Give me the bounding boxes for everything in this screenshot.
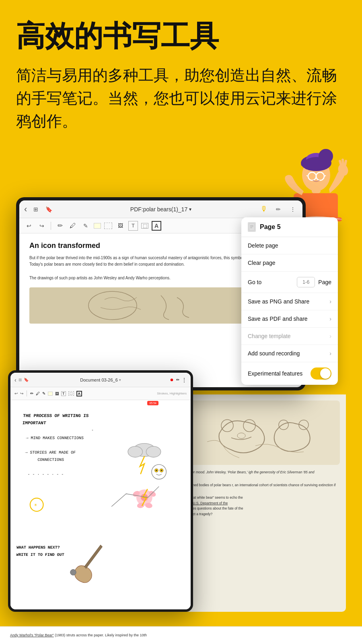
experimental-toggle[interactable] — [311, 367, 331, 380]
phone-toolbar: ↩ ↪ ✏ 🖊 ✎ 🖼 T ⬚ A Strokes, Highlighters — [10, 387, 191, 400]
svg-point-18 — [88, 291, 137, 320]
svg-point-17 — [319, 176, 322, 179]
doc-continuation: mber mood. John Wesley, 'Polar Bears,' i… — [181, 394, 346, 612]
text-tool-icon[interactable]: T — [128, 221, 138, 231]
phone-eraser[interactable] — [48, 392, 53, 396]
page-title: 高效的书写工具 — [16, 20, 346, 52]
dropdown-panel: Page 5 Delete page Clear page Go to Page… — [241, 217, 338, 385]
phone-font[interactable]: A — [76, 391, 82, 396]
grid-icon[interactable]: ⊞ — [31, 204, 41, 214]
font-tool-icon[interactable]: A — [152, 221, 161, 231]
phone-more-icon[interactable]: ⋮ — [182, 377, 187, 383]
bookmark-icon[interactable]: 🔖 — [44, 204, 53, 214]
save-pdf-label: Save as PDF and share — [248, 316, 308, 322]
more-icon[interactable]: ⋮ — [288, 204, 298, 214]
save-png-arrow: › — [329, 298, 331, 305]
mic-icon[interactable]: 🎙 — [259, 204, 269, 214]
phone-pen[interactable]: ✏ — [30, 391, 33, 396]
clear-page-item[interactable]: Clear page — [241, 254, 338, 272]
svg-text:WRITE IT TO FIND OUT: WRITE IT TO FIND OUT — [16, 553, 64, 557]
toggle-knob — [320, 368, 331, 379]
svg-point-40 — [152, 464, 166, 479]
clear-page-label: Clear page — [248, 260, 276, 266]
selection-tool-icon[interactable] — [104, 223, 112, 229]
marker-tool-icon[interactable]: 🖊 — [68, 221, 78, 231]
add-sound-item[interactable]: Add sound recording › — [241, 345, 338, 362]
svg-rect-19 — [249, 223, 255, 231]
change-template-item[interactable]: Change template › — [241, 328, 338, 345]
phone-grid-icon[interactable]: ⊞ — [19, 378, 22, 382]
doc-body-continuation-2: "great white bear" seems to echo the the… — [187, 495, 340, 517]
phone-redo[interactable]: ↪ — [20, 391, 23, 396]
phone-record-icon[interactable]: ⏺ — [170, 378, 174, 382]
phone-edit-icon[interactable]: ✏ — [176, 378, 179, 382]
svg-point-49 — [221, 420, 233, 432]
phone-left-icons: ⊞ 🔖 — [19, 378, 29, 382]
add-sound-label: Add sound recording — [248, 350, 300, 357]
phone-doc-title: Document 03-26_6 ▾ — [80, 378, 121, 382]
phone-select[interactable]: ⬚ — [68, 391, 74, 396]
svg-point-33 — [146, 446, 160, 457]
change-template-arrow: › — [329, 333, 331, 339]
phone-undo[interactable]: ↩ — [14, 391, 18, 396]
phone-divider — [27, 390, 27, 396]
eraser-tool-icon[interactable] — [94, 223, 101, 229]
svg-line-3 — [340, 161, 341, 165]
dept-underline: the U.S. Department of the — [187, 501, 228, 505]
svg-text:- - · - - · - -: - - · - - · - - — [28, 472, 64, 477]
pencil-tool-icon[interactable]: ✎ — [81, 221, 90, 231]
header-section: 高效的书写工具 简洁与易用的多种工具，助您创造出自然、流畅的手写笔记。当然，您也… — [0, 0, 362, 149]
svg-line-4 — [343, 160, 343, 164]
shape-tool-icon[interactable]: ⬚ — [141, 223, 148, 229]
dropdown-header: Page 5 — [241, 217, 338, 237]
page-icon — [248, 222, 256, 232]
phone-device: ‹ ⊞ 🔖 Document 03-26_6 ▾ ⏺ ✏ ⋮ ↩ ↪ — [8, 370, 193, 612]
doc-image-area — [187, 400, 340, 465]
page-subtitle: 简洁与易用的多种工具，助您创造出自然、流畅的手写笔记。当然，您也可以使用云记来进… — [16, 64, 346, 133]
svg-text:*: * — [91, 429, 93, 433]
phone-back-btn[interactable]: ‹ — [14, 377, 16, 383]
phone-text[interactable]: T — [61, 391, 66, 396]
goto-controls: Page — [297, 277, 331, 287]
svg-point-50 — [243, 420, 255, 432]
delete-page-item[interactable]: Delete page — [241, 237, 338, 254]
back-button[interactable]: ‹ — [24, 204, 27, 215]
phone-content: THE PROCESS OF WRITING IS IMPORTANT → MI… — [10, 400, 191, 609]
svg-point-10 — [319, 149, 333, 163]
tablet-doc-title[interactable]: PDF:polar bears(1)_17 ▾ — [130, 206, 191, 213]
phone-marker[interactable]: 🖊 — [36, 391, 40, 396]
redo-icon[interactable]: ↪ — [37, 221, 47, 231]
dropdown-page-label: Page 5 — [260, 223, 281, 231]
phone-pencil[interactable]: ✎ — [42, 391, 45, 396]
svg-point-32 — [128, 446, 142, 457]
svg-text:IMPORTANT: IMPORTANT — [22, 421, 46, 425]
image-tool-icon[interactable]: 🖼 — [115, 221, 125, 231]
svg-line-5 — [345, 161, 346, 165]
svg-text:☀: ☀ — [34, 502, 37, 508]
pen-tool-icon[interactable]: ✏ — [55, 221, 65, 231]
save-png-label: Save as PNG and Share — [248, 298, 309, 305]
svg-point-16 — [311, 176, 314, 179]
change-template-label: Change template — [248, 333, 291, 339]
goto-page-item[interactable]: Go to Page — [241, 272, 338, 293]
svg-text:→  STORIES ARE MADE OF: → STORIES ARE MADE OF — [25, 450, 76, 455]
svg-point-48 — [70, 570, 76, 576]
experimental-label: Experimental features — [248, 370, 302, 377]
save-png-item[interactable]: Save as PNG and Share › — [241, 293, 338, 310]
page-label: Page — [318, 279, 331, 285]
svg-text:WHAT HAPPENS NEXT?: WHAT HAPPENS NEXT? — [16, 545, 60, 550]
phone-image[interactable]: 🖼 — [55, 392, 59, 396]
doc-caption: mber mood. John Wesley, 'Polar Bears,' i… — [187, 470, 340, 475]
goto-input[interactable] — [297, 277, 315, 287]
edit-icon[interactable]: ✏ — [274, 204, 283, 214]
main-container: 高效的书写工具 简洁与易用的多种工具，助您创造出自然、流畅的手写笔记。当然，您也… — [0, 0, 362, 644]
doc-body-continuation-1: rtwined bodies of polar bears r, an inte… — [187, 483, 340, 488]
svg-text:THE PROCESS OF WRITING IS: THE PROCESS OF WRITING IS — [23, 413, 89, 418]
svg-point-43 — [156, 470, 157, 471]
experimental-item[interactable]: Experimental features — [241, 362, 338, 385]
bottom-doc-text: Andy Warhol's "Polar Bear" (1983) struts… — [10, 633, 352, 638]
phone-bookmark-icon[interactable]: 🔖 — [24, 378, 29, 382]
tablet-header: ‹ ⊞ 🔖 PDF:polar bears(1)_17 ▾ 🎙 ✏ ⋮ — [19, 200, 302, 218]
undo-icon[interactable]: ↩ — [24, 221, 34, 231]
save-pdf-item[interactable]: Save as PDF and share › — [241, 310, 338, 328]
